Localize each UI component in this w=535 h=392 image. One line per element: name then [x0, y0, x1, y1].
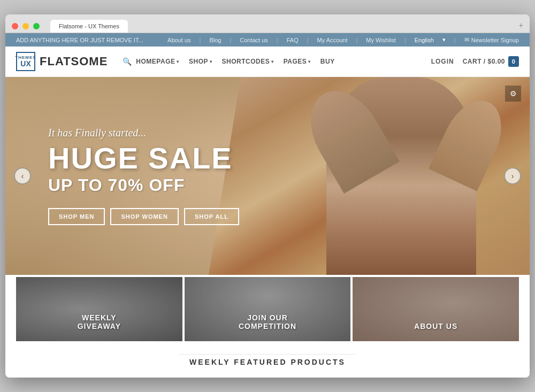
faq-link[interactable]: FAQ [287, 37, 299, 43]
language-selector[interactable]: English [415, 37, 434, 43]
card-label-giveaway: WEEKLYGIVEAWAY [16, 313, 182, 330]
shop-women-button[interactable]: SHOP WOMEN [110, 208, 178, 225]
hero-discount: UP TO 70% OFF [48, 175, 239, 195]
maximize-button[interactable] [33, 23, 40, 29]
logo-text-area: FLATSOME [40, 55, 108, 68]
top-bar-nav: About us | Blog | Contact us | FAQ | My … [167, 36, 519, 43]
site-header: THEMES UX FLATSOME 🔍 HOMEPAGE ▾ SHOP ▾ [5, 47, 530, 77]
contact-link[interactable]: Contact us [240, 37, 268, 43]
chevron-down-icon: ▾ [442, 36, 446, 43]
featured-products-title: WEEKLY FEATURED PRODUCTS [179, 354, 356, 366]
shop-men-button[interactable]: SHOP MEN [48, 208, 105, 225]
feature-card-competition[interactable]: JOIN OURCOMPETITION [185, 277, 351, 341]
search-icon[interactable]: 🔍 [118, 57, 136, 66]
shop-all-button[interactable]: SHOP ALL [184, 208, 239, 225]
tab-title: Flatsome - UX Themes [59, 23, 119, 29]
hero-buttons: SHOP MEN SHOP WOMEN SHOP ALL [48, 208, 239, 225]
header-actions: LOGIN CART / $0.00 0 [431, 56, 519, 67]
close-button[interactable] [12, 23, 18, 29]
hero-prev-arrow[interactable]: ‹ [14, 167, 31, 185]
card-bg-competition [185, 277, 351, 341]
browser-tab[interactable]: Flatsome - UX Themes [50, 20, 128, 33]
chevron-down-icon: ▾ [177, 59, 179, 64]
cart-button[interactable]: CART / $0.00 0 [463, 56, 519, 67]
nav-homepage[interactable]: HOMEPAGE ▾ [136, 58, 179, 65]
feature-card-giveaway[interactable]: WEEKLYGIVEAWAY [16, 277, 182, 341]
feature-cards-section: WEEKLYGIVEAWAY JOIN OURCOMPETITION ABOUT… [5, 275, 530, 343]
card-label-competition: JOIN OURCOMPETITION [185, 313, 351, 330]
chevron-down-icon: ▾ [271, 59, 274, 64]
cart-count-badge: 0 [508, 56, 519, 67]
featured-products-section: WEEKLY FEATURED PRODUCTS [5, 343, 530, 378]
nav-shop[interactable]: SHOP ▾ [189, 58, 212, 65]
expand-icon: + [519, 21, 523, 32]
settings-icon[interactable]: ⚙ [505, 86, 521, 102]
brand-name: FLATSOME [40, 55, 108, 68]
envelope-icon: ✉ [464, 36, 469, 43]
chevron-down-icon: ▾ [210, 59, 212, 64]
feature-card-about[interactable]: ABOUT US [353, 277, 519, 341]
announcement-text: ADD ANYTHING HERE OR JUST REMOVE IT... [16, 37, 143, 43]
login-button[interactable]: LOGIN [431, 58, 454, 65]
card-bg-about [353, 277, 519, 341]
hero-next-arrow[interactable]: › [504, 167, 521, 185]
wishlist-link[interactable]: My Wishlist [366, 37, 396, 43]
hero-content: It has Finally started... HUGE SALE UP T… [48, 127, 239, 225]
logo-icon: THEMES UX [16, 52, 35, 71]
website-content: ADD ANYTHING HERE OR JUST REMOVE IT... A… [5, 33, 530, 378]
minimize-button[interactable] [22, 23, 29, 29]
blog-link[interactable]: Blog [209, 37, 221, 43]
browser-window: Flatsome - UX Themes + ADD ANYTHING HERE… [5, 14, 530, 378]
nav-buy[interactable]: BUY [320, 58, 335, 65]
hero-section: It has Finally started... HUGE SALE UP T… [5, 77, 530, 275]
top-bar: ADD ANYTHING HERE OR JUST REMOVE IT... A… [5, 33, 530, 47]
chevron-down-icon: ▾ [308, 59, 311, 64]
about-us-link[interactable]: About us [167, 37, 190, 43]
card-bg-giveaway [16, 277, 182, 341]
hero-subtitle: It has Finally started... [48, 127, 239, 139]
logo-area[interactable]: THEMES UX FLATSOME [16, 52, 108, 71]
newsletter-signup-btn[interactable]: ✉ Newsletter Signup [464, 36, 519, 43]
nav-pages[interactable]: PAGES ▾ [284, 58, 311, 65]
browser-chrome: Flatsome - UX Themes + [5, 14, 530, 33]
nav-shortcodes[interactable]: SHORTCODES ▾ [222, 58, 274, 65]
main-navigation: HOMEPAGE ▾ SHOP ▾ SHORTCODES ▾ PAGES ▾ B… [136, 58, 334, 65]
card-label-about: ABOUT US [353, 322, 519, 330]
my-account-link[interactable]: My Account [317, 37, 348, 43]
hero-title: HUGE SALE [48, 143, 239, 173]
